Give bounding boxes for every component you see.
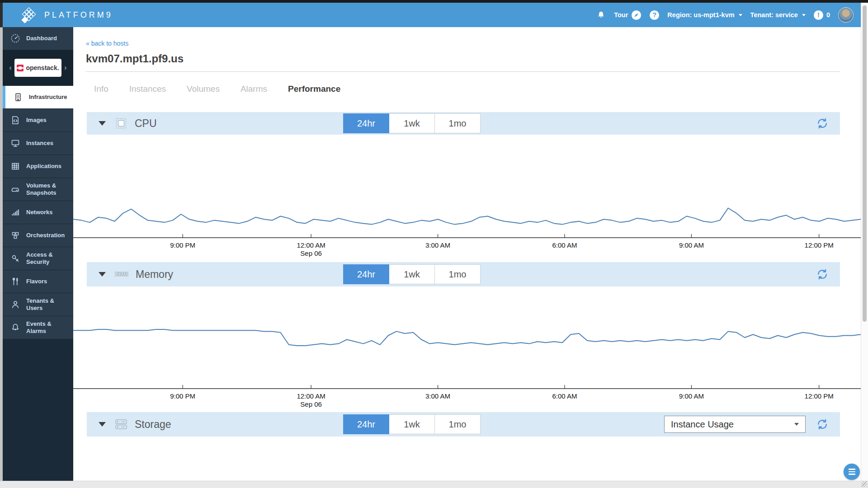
cpu-chip-icon — [114, 116, 128, 131]
sidebar-item-infrastructure[interactable]: Infrastructure — [3, 86, 73, 109]
memory-refresh-button[interactable] — [816, 267, 829, 281]
alerts-indicator[interactable]: ! 0 — [814, 10, 830, 20]
hamburger-icon — [849, 469, 855, 470]
brand-name: PLATFORM9 — [44, 10, 113, 20]
section-title: Storage — [135, 418, 171, 431]
resize-grip-icon[interactable] — [862, 482, 867, 487]
svg-text:12:00 AM: 12:00 AM — [297, 392, 325, 400]
region-label: Region: us-mpt1-kvm — [667, 11, 734, 19]
sidebar-item-instances[interactable]: Instances — [3, 132, 73, 155]
signal-bars-icon — [10, 207, 21, 217]
svg-text:9:00 AM: 9:00 AM — [679, 392, 704, 400]
tab-performance[interactable]: Performance — [288, 84, 340, 94]
refresh-icon — [816, 418, 829, 431]
range-24hr-button[interactable]: 24hr — [343, 113, 389, 133]
dropdown-value: Instance Usage — [671, 419, 734, 430]
sidebar-item-flavors[interactable]: Flavors — [3, 270, 73, 293]
range-1wk-button[interactable]: 1wk — [389, 113, 435, 133]
range-1wk-button[interactable]: 1wk — [389, 264, 435, 284]
top-bar: PLATFORM9 Tour ? Region: us-mpt1-kvm — [3, 3, 861, 27]
storage-servers-icon — [114, 417, 128, 432]
sidebar-item-label: Tenants & Users — [26, 297, 69, 312]
tab-info[interactable]: Info — [94, 84, 108, 94]
window-bottom-edge — [0, 481, 868, 488]
chevron-right-icon[interactable]: › — [63, 63, 68, 72]
building-icon — [13, 92, 24, 102]
chevron-down-icon — [802, 14, 806, 16]
sidebar-item-dashboard[interactable]: Dashboard — [3, 27, 73, 50]
sidebar-item-tenants-users[interactable]: Tenants & Users — [3, 293, 73, 316]
image-file-icon — [10, 115, 21, 125]
quick-actions-fab[interactable] — [844, 464, 860, 480]
range-1mo-button[interactable]: 1mo — [435, 264, 481, 284]
page-title: kvm07.mpt1.pf9.us — [86, 52, 184, 65]
svg-text:6:00 AM: 6:00 AM — [552, 392, 577, 400]
sidebar-item-label: Networks — [26, 209, 53, 216]
openstack-logo-icon — [17, 65, 24, 71]
storage-metric-dropdown[interactable]: Instance Usage — [664, 416, 806, 433]
sidebar-item-orchestration[interactable]: Orchestration — [3, 224, 73, 247]
bell-icon — [596, 10, 606, 20]
chevron-left-icon[interactable]: ‹ — [8, 63, 13, 72]
cpu-range-toggle: 24hr 1wk 1mo — [343, 113, 481, 133]
tenant-dropdown[interactable]: Tenant: service — [750, 11, 806, 19]
sidebar-item-label: Dashboard — [26, 35, 57, 42]
svg-text:Sep 06: Sep 06 — [300, 249, 322, 257]
sidebar-item-volumes-snapshots[interactable]: Volumes & Snapshots — [3, 178, 73, 201]
sidebar-item-events-alarms[interactable]: Events & Alarms — [3, 316, 73, 339]
openstack-card[interactable]: openstack. — [14, 59, 61, 77]
sidebar-item-label: Images — [26, 117, 47, 124]
collapse-triangle-icon[interactable] — [99, 422, 106, 427]
range-1mo-button[interactable]: 1mo — [435, 414, 481, 434]
utensils-icon — [10, 277, 21, 286]
storage-range-toggle: 24hr 1wk 1mo — [343, 414, 481, 434]
tab-instances[interactable]: Instances — [129, 84, 166, 94]
tour-label: Tour — [614, 11, 628, 19]
sidebar-item-label: Events & Alarms — [26, 320, 69, 335]
storage-refresh-button[interactable] — [816, 418, 829, 431]
refresh-icon — [816, 117, 829, 130]
sidebar-item-applications[interactable]: Applications — [3, 155, 73, 178]
back-to-hosts-link[interactable]: « back to hosts — [86, 40, 128, 47]
range-1wk-button[interactable]: 1wk — [389, 414, 435, 434]
scrollbar-thumb[interactable] — [863, 5, 867, 322]
help-button[interactable]: ? — [650, 10, 659, 20]
region-dropdown[interactable]: Region: us-mpt1-kvm — [667, 11, 742, 19]
window-left-edge — [0, 3, 3, 481]
title-divider — [86, 71, 840, 72]
tab-volumes[interactable]: Volumes — [187, 84, 220, 94]
tour-button[interactable]: Tour — [614, 10, 642, 20]
chevron-down-icon — [739, 14, 742, 16]
volume-drive-icon — [10, 184, 21, 194]
alert-count: 0 — [826, 11, 830, 19]
svg-text:12:00 AM: 12:00 AM — [297, 241, 325, 249]
tab-alarms[interactable]: Alarms — [241, 84, 267, 94]
range-1mo-button[interactable]: 1mo — [435, 113, 481, 133]
svg-text:9:00 PM: 9:00 PM — [170, 241, 195, 249]
user-avatar[interactable] — [838, 7, 854, 23]
compass-icon — [631, 10, 642, 20]
memory-range-toggle: 24hr 1wk 1mo — [343, 264, 481, 284]
sidebar-item-label: Flavors — [26, 278, 47, 285]
cpu-section-header: CPU 24hr 1wk 1mo — [87, 112, 840, 135]
collapse-triangle-icon[interactable] — [99, 121, 106, 126]
sidebar-item-access-security[interactable]: Access & Security — [3, 247, 73, 270]
section-title: Memory — [136, 268, 173, 281]
help-icon: ? — [650, 10, 659, 20]
cpu-chart: 9:00 PM12:00 AMSep 063:00 AM6:00 AM9:00 … — [73, 136, 861, 262]
sidebar-item-networks[interactable]: Networks — [3, 201, 73, 224]
storage-section-header: Storage 24hr 1wk 1mo Instance Usage — [87, 412, 840, 436]
main-content: « back to hosts kvm07.mpt1.pf9.us Info I… — [73, 27, 861, 481]
gauge-icon — [10, 33, 21, 43]
monitor-icon — [10, 138, 21, 148]
sidebar-item-label: Applications — [26, 163, 61, 170]
range-24hr-button[interactable]: 24hr — [343, 264, 389, 284]
notifications-bell-button[interactable] — [596, 10, 606, 20]
bell-icon — [10, 323, 21, 333]
range-24hr-button[interactable]: 24hr — [343, 414, 389, 434]
vertical-scrollbar — [861, 3, 868, 481]
app-window: PLATFORM9 Tour ? Region: us-mpt1-kvm — [0, 0, 868, 488]
collapse-triangle-icon[interactable] — [99, 272, 106, 277]
cpu-refresh-button[interactable] — [816, 117, 829, 130]
sidebar-item-images[interactable]: Images — [3, 109, 73, 132]
